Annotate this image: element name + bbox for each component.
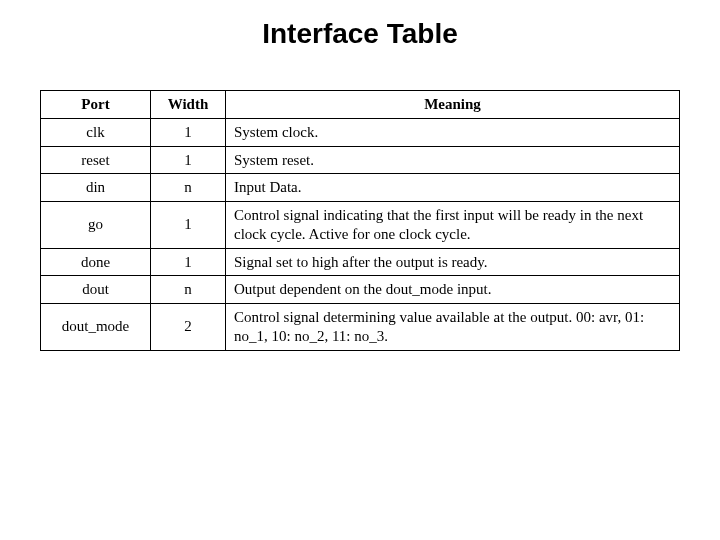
cell-width: n	[151, 174, 226, 202]
cell-meaning: Input Data.	[226, 174, 680, 202]
cell-meaning: Signal set to high after the output is r…	[226, 248, 680, 276]
page-title: Interface Table	[40, 18, 680, 50]
col-header-port: Port	[41, 91, 151, 119]
cell-width: 1	[151, 118, 226, 146]
table-row: dout_mode 2 Control signal determining v…	[41, 304, 680, 351]
cell-width: n	[151, 276, 226, 304]
table-row: clk 1 System clock.	[41, 118, 680, 146]
cell-port: go	[41, 202, 151, 249]
cell-port: dout_mode	[41, 304, 151, 351]
cell-width: 1	[151, 146, 226, 174]
page: Interface Table Port Width Meaning clk 1…	[0, 0, 720, 540]
cell-width: 1	[151, 202, 226, 249]
table-header-row: Port Width Meaning	[41, 91, 680, 119]
cell-width: 2	[151, 304, 226, 351]
table-row: go 1 Control signal indicating that the …	[41, 202, 680, 249]
cell-port: din	[41, 174, 151, 202]
interface-table: Port Width Meaning clk 1 System clock. r…	[40, 90, 680, 351]
cell-meaning: Output dependent on the dout_mode input.	[226, 276, 680, 304]
cell-meaning: Control signal determining value availab…	[226, 304, 680, 351]
table-row: done 1 Signal set to high after the outp…	[41, 248, 680, 276]
cell-meaning: System clock.	[226, 118, 680, 146]
cell-port: done	[41, 248, 151, 276]
col-header-width: Width	[151, 91, 226, 119]
cell-port: dout	[41, 276, 151, 304]
cell-width: 1	[151, 248, 226, 276]
table-row: din n Input Data.	[41, 174, 680, 202]
cell-meaning: Control signal indicating that the first…	[226, 202, 680, 249]
table-row: dout n Output dependent on the dout_mode…	[41, 276, 680, 304]
cell-port: clk	[41, 118, 151, 146]
cell-meaning: System reset.	[226, 146, 680, 174]
cell-port: reset	[41, 146, 151, 174]
col-header-meaning: Meaning	[226, 91, 680, 119]
table-row: reset 1 System reset.	[41, 146, 680, 174]
